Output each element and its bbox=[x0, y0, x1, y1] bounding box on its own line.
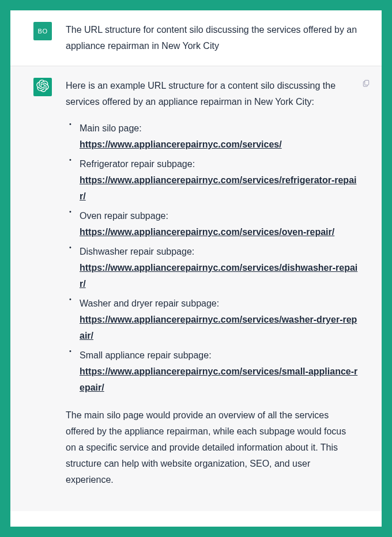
user-prompt: The URL structure for content silo discu… bbox=[66, 22, 359, 54]
list-item: Refrigerator repair subpage: https://www… bbox=[77, 156, 359, 205]
list-item: Washer and dryer repair subpage: https:/… bbox=[77, 296, 359, 344]
item-label: Oven repair subpage: bbox=[80, 208, 359, 224]
openai-logo-icon bbox=[36, 80, 49, 94]
item-label: Refrigerator repair subpage: bbox=[80, 156, 359, 172]
item-url-link[interactable]: https://www.appliancerepairnyc.com/servi… bbox=[80, 315, 357, 341]
list-item: Oven repair subpage: https://www.applian… bbox=[77, 208, 359, 240]
list-item: Small appliance repair subpage: https://… bbox=[77, 347, 359, 396]
item-url-link[interactable]: https://www.appliancerepairnyc.com/servi… bbox=[80, 227, 334, 237]
item-label: Small appliance repair subpage: bbox=[80, 347, 359, 364]
list-item: Dishwasher repair subpage: https://www.a… bbox=[77, 244, 359, 292]
item-url-link[interactable]: https://www.appliancerepairnyc.com/servi… bbox=[80, 175, 356, 201]
assistant-content: Here is an example URL structure for a c… bbox=[66, 78, 359, 488]
assistant-outro: The main silo page would provide an over… bbox=[66, 407, 359, 488]
url-list: Main silo page: https://www.appliancerep… bbox=[66, 120, 359, 396]
item-url-link[interactable]: https://www.appliancerepairnyc.com/servi… bbox=[80, 366, 357, 392]
item-url-link[interactable]: https://www.appliancerepairnyc.com/servi… bbox=[80, 263, 357, 289]
item-url-link[interactable]: https://www.appliancerepairnyc.com/servi… bbox=[80, 139, 282, 149]
item-label: Main silo page: bbox=[80, 120, 359, 137]
user-avatar-initials: BO bbox=[38, 28, 48, 35]
chat-container: BO The URL structure for content silo di… bbox=[10, 10, 382, 527]
assistant-avatar bbox=[33, 78, 52, 96]
svg-rect-0 bbox=[365, 80, 369, 85]
assistant-message: Here is an example URL structure for a c… bbox=[10, 66, 382, 511]
item-label: Washer and dryer repair subpage: bbox=[80, 296, 359, 312]
assistant-intro: Here is an example URL structure for a c… bbox=[66, 78, 359, 110]
user-message: BO The URL structure for content silo di… bbox=[10, 10, 382, 66]
copy-icon[interactable] bbox=[362, 79, 371, 88]
list-item: Main silo page: https://www.appliancerep… bbox=[77, 120, 359, 153]
user-avatar: BO bbox=[33, 22, 52, 40]
item-label: Dishwasher repair subpage: bbox=[80, 244, 359, 260]
